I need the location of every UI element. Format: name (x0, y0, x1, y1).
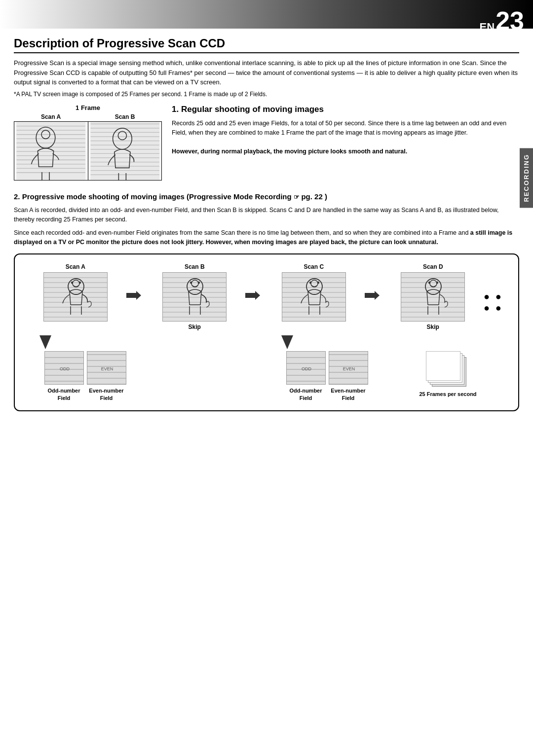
even-field-a-img: EVEN (87, 351, 126, 385)
section1: 1. Regular shooting of moving images Rec… (172, 104, 519, 180)
svg-point-74 (317, 282, 319, 284)
svg-marker-106 (281, 335, 293, 349)
scan-labels: Scan A Scan B (14, 113, 162, 120)
diagram-scan-b: Scan B (144, 263, 246, 330)
field-images-c: ODD EVEN (286, 351, 368, 385)
field-labels-a: Odd-numberField Even-numberField (44, 387, 126, 401)
section2-text1: Scan A is recorded, divided into an odd-… (14, 206, 519, 224)
section1-text: Records 25 odd and 25 even image Fields,… (172, 119, 519, 156)
arrow-down-a (25, 335, 146, 349)
even-field-c-label: Even-numberField (329, 387, 368, 401)
header-bar: EN 23 (0, 0, 533, 29)
svg-point-44 (79, 282, 81, 284)
intro-paragraph: Progressive Scan is a special image sens… (14, 58, 519, 87)
diag-scan-d-img (401, 272, 465, 322)
svg-point-43 (71, 282, 73, 284)
diagram-scan-a: Scan A (25, 263, 126, 322)
scan-b-label: Scan B (88, 113, 162, 120)
svg-point-89 (436, 282, 438, 284)
diagram-bottom-row: ODD EVEN (25, 335, 508, 401)
footnote: *A PAL TV screen image is composed of 25… (14, 90, 519, 99)
continuation-dots: ● ● ● ● (484, 263, 508, 314)
svg-rect-15 (90, 122, 159, 180)
svg-marker-75 (365, 291, 380, 300)
diag-scan-a-img (43, 272, 108, 322)
odd-field-c-img: ODD (286, 351, 326, 385)
svg-text:EVEN: EVEN (343, 366, 355, 371)
frame-label: 1 Frame (14, 104, 162, 111)
svg-point-88 (428, 282, 430, 284)
odd-field-a-label: Odd-numberField (44, 387, 84, 401)
field-images-a: ODD EVEN (44, 351, 126, 385)
field-group-c: ODD EVEN (266, 335, 387, 401)
page-title: Description of Progressive Scan CCD (14, 36, 519, 53)
section1-bold: However, during normal playback, the mov… (172, 148, 407, 155)
scan-b-skip-label: Skip (189, 324, 201, 330)
diag-scan-a-label: Scan A (66, 263, 85, 270)
svg-text:EVEN: EVEN (101, 366, 113, 371)
scan-a-label: Scan A (14, 113, 88, 120)
odd-field-a-img: ODD (44, 351, 84, 385)
svg-text:ODD: ODD (60, 366, 70, 371)
fps-label: 25 Frames per second (419, 391, 476, 397)
arrow-down-c (266, 335, 387, 349)
scan-b-image (88, 122, 162, 180)
main-content: Description of Progressive Scan CCD Prog… (0, 29, 533, 425)
field-labels-c: Odd-numberField Even-numberField (286, 387, 368, 401)
svg-marker-45 (126, 291, 141, 300)
svg-marker-60 (245, 291, 260, 300)
even-field-a-label: Even-numberField (87, 387, 126, 401)
diagram-scan-c: Scan C (263, 263, 365, 322)
odd-field-c-label: Odd-numberField (286, 387, 326, 401)
diag-scan-c-label: Scan C (304, 263, 324, 270)
diagram-box: Scan A (14, 253, 519, 411)
even-field-c-img: EVEN (329, 351, 368, 385)
arrow-2 (245, 263, 263, 300)
svg-text:ODD: ODD (302, 366, 312, 371)
stacked-pages-group: 25 Frames per second (387, 335, 508, 397)
frame-images (14, 121, 162, 180)
diag-scan-b-img (162, 272, 227, 322)
scan-d-skip-label: Skip (427, 324, 439, 330)
scan-a-image (14, 122, 88, 180)
svg-point-58 (190, 282, 192, 284)
arrow-3 (365, 263, 382, 300)
arrow-1 (126, 263, 144, 300)
section2-text2: Since each recorded odd- and even-number… (14, 228, 519, 247)
two-column-section: 1 Frame Scan A Scan B (14, 104, 519, 180)
svg-marker-90 (39, 335, 51, 349)
diagram-top-row: Scan A (25, 263, 508, 330)
svg-point-59 (198, 282, 200, 284)
diag-scan-c-img (282, 272, 346, 322)
frame-diagram: 1 Frame Scan A Scan B (14, 104, 162, 180)
section2-heading: 2. Progressive mode shooting of moving i… (14, 191, 519, 202)
section1-heading: 1. Regular shooting of moving images (172, 104, 519, 115)
field-group-a: ODD EVEN (25, 335, 146, 401)
diag-scan-b-label: Scan B (185, 263, 205, 270)
diag-scan-d-label: Scan D (423, 263, 443, 270)
stacked-pages-icon (426, 351, 470, 388)
svg-point-73 (309, 282, 311, 284)
diagram-scan-d: Scan D (382, 263, 484, 330)
